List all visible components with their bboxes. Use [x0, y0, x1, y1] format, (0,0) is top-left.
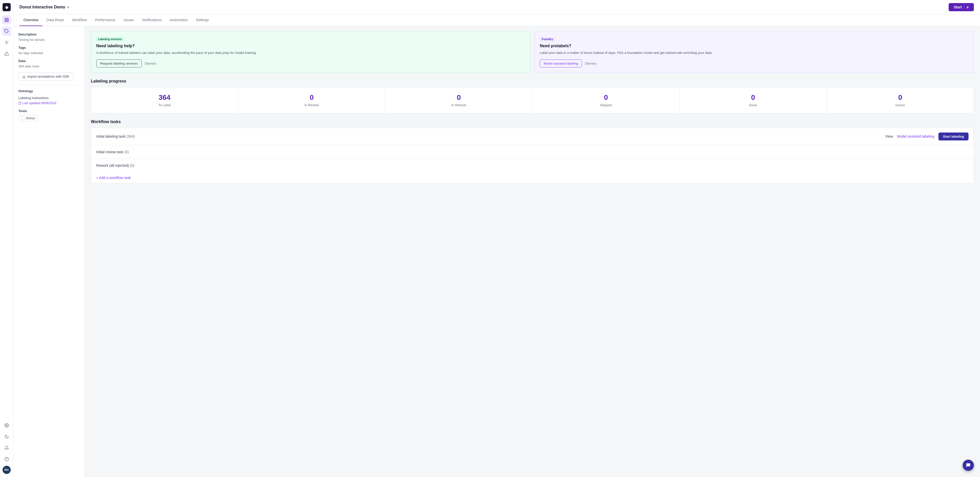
- page-body: Description Testing for donuts Tags No t…: [13, 26, 980, 477]
- svg-rect-3: [7, 21, 8, 22]
- sidebar-item-alert[interactable]: [2, 49, 11, 58]
- import-btn-label: Import annotations with SDK: [27, 75, 69, 78]
- tab-issues[interactable]: Issues: [119, 14, 138, 26]
- icon-sidebar: ◆ RH: [0, 0, 13, 477]
- done-label: Done: [684, 103, 822, 107]
- right-panel: Labeling services Need labeling help? A …: [85, 26, 980, 477]
- tool-checkbox: [21, 116, 24, 120]
- skipped-label: Skipped: [537, 103, 676, 107]
- tab-performance[interactable]: Performance: [91, 14, 119, 26]
- task-view-link[interactable]: View: [885, 134, 893, 139]
- workflow-tasks-title: Workflow tasks: [91, 120, 974, 124]
- tab-overview[interactable]: Overview: [19, 14, 42, 26]
- foundry-dismiss-button[interactable]: Dismiss: [585, 62, 597, 65]
- skipped-number: 0: [537, 94, 676, 102]
- chat-button[interactable]: [963, 459, 974, 471]
- file-icon: [18, 102, 21, 105]
- tools-section: Tools Donut: [18, 109, 80, 121]
- labeling-instructions-label: Labeling instructions: [18, 96, 80, 100]
- progress-card-in-review: 0 In Review: [239, 87, 385, 113]
- left-panel: Description Testing for donuts Tags No t…: [13, 26, 85, 477]
- progress-card-in-rework: 0 In Rework: [385, 87, 532, 113]
- to-label-number: 364: [95, 94, 234, 102]
- task-mal-link[interactable]: Model assisted labeling: [897, 134, 934, 139]
- start-btn-label: Start: [954, 5, 962, 9]
- labeling-progress-title: Labeling progress: [91, 79, 974, 83]
- chat-icon: [966, 463, 971, 468]
- sidebar-item-notifications[interactable]: [2, 443, 11, 453]
- sidebar-item-dashboard[interactable]: [2, 15, 11, 24]
- progress-card-issues: 0 Issues: [827, 87, 974, 113]
- project-chevron-icon: ∨: [67, 5, 69, 9]
- progress-card-skipped: 0 Skipped: [533, 87, 679, 113]
- tool-donut-tag: Donut: [18, 115, 38, 121]
- last-updated[interactable]: Last updated 09/06/2024: [18, 101, 80, 105]
- description-value: Testing for donuts: [18, 38, 80, 41]
- start-button[interactable]: Start ∨: [948, 3, 974, 11]
- task-initial-labeling-actions: View Model assisted labeling Start label…: [885, 132, 969, 140]
- labeling-services-title: Need labeling help?: [96, 44, 525, 48]
- tools-label: Tools: [18, 109, 80, 113]
- main-content: Donut Interactive Demo ∨ Start ∨ Overvie…: [13, 0, 980, 477]
- svg-rect-0: [5, 18, 6, 19]
- svg-rect-2: [5, 21, 6, 22]
- workflow-container: Initial labeling task (364) View Model a…: [91, 128, 974, 183]
- tags-label: Tags: [18, 46, 80, 49]
- nav-tabs: Overview Data Rows Workflow Performance …: [13, 14, 980, 26]
- labeling-services-banner: Labeling services Need labeling help? A …: [91, 32, 530, 73]
- data-label: Data: [18, 59, 80, 63]
- tab-notifications[interactable]: Notifications: [138, 14, 165, 26]
- start-labeling-button[interactable]: Start labeling: [939, 132, 969, 140]
- tab-automation[interactable]: Automation: [165, 14, 192, 26]
- description-label: Description: [18, 32, 80, 36]
- last-updated-text: Last updated 09/06/2024: [22, 101, 56, 105]
- in-rework-number: 0: [390, 94, 528, 102]
- avatar[interactable]: RH: [3, 466, 11, 474]
- labeling-dismiss-button[interactable]: Dismiss: [145, 62, 156, 65]
- tab-workflow[interactable]: Workflow: [68, 14, 91, 26]
- task-initial-labeling-name: Initial labeling task (364): [96, 134, 135, 139]
- top-header: Donut Interactive Demo ∨ Start ∨: [13, 0, 980, 14]
- in-review-label: In Review: [242, 103, 381, 107]
- data-value: 364 data rows: [18, 64, 80, 68]
- tab-settings[interactable]: Settings: [192, 14, 213, 26]
- sidebar-item-model[interactable]: [2, 38, 11, 47]
- progress-card-to-label: 364 To Label: [91, 87, 238, 113]
- sidebar-item-theme[interactable]: [2, 432, 11, 441]
- svg-rect-1: [7, 18, 8, 19]
- foundry-banner: Foundry Need prelabels? Label your data …: [535, 32, 974, 73]
- workflow-task-rework: Rework (all rejected) (0): [91, 159, 974, 172]
- project-title-text: Donut Interactive Demo: [19, 5, 65, 10]
- request-labeling-button[interactable]: Request labeling services: [96, 59, 142, 67]
- labeling-services-tag: Labeling services: [96, 37, 124, 41]
- model-assisted-labeling-button[interactable]: Model assisted labeling: [540, 59, 582, 67]
- foundry-desc: Label your data in a matter of hours ins…: [540, 50, 969, 56]
- task-rework-name: Rework (all rejected) (0): [96, 163, 134, 168]
- start-btn-chevron-icon: ∨: [964, 5, 969, 9]
- sidebar-item-settings[interactable]: [2, 421, 11, 430]
- tab-data-rows[interactable]: Data Rows: [42, 14, 68, 26]
- foundry-actions: Model assisted labeling Dismiss: [540, 59, 969, 67]
- add-workflow-link[interactable]: + Add a workflow task: [91, 172, 974, 183]
- workflow-task-initial-labeling: Initial labeling task (364) View Model a…: [91, 128, 974, 145]
- ontology-label: Ontology: [18, 89, 80, 93]
- sidebar-item-help[interactable]: [2, 455, 11, 464]
- issues-label: Issues: [831, 103, 970, 107]
- progress-card-done: 0 Done: [679, 87, 827, 113]
- app-logo[interactable]: ◆: [3, 3, 11, 11]
- banners-section: Labeling services Need labeling help? A …: [91, 32, 974, 73]
- workflow-task-initial-review: Initial review task (0): [91, 145, 974, 159]
- issues-number: 0: [831, 94, 970, 102]
- tags-value: No tags selected: [18, 51, 80, 55]
- sidebar-item-label[interactable]: [2, 27, 11, 36]
- task-initial-review-name: Initial review task (0): [96, 150, 129, 154]
- foundry-title: Need prelabels?: [540, 44, 969, 48]
- import-annotations-button[interactable]: Import annotations with SDK: [18, 72, 73, 81]
- done-number: 0: [684, 94, 822, 102]
- tool-name: Donut: [26, 116, 35, 120]
- import-icon: [22, 75, 26, 78]
- in-review-number: 0: [242, 94, 381, 102]
- project-title-btn[interactable]: Donut Interactive Demo ∨: [19, 5, 69, 10]
- labeling-services-desc: A workforce of trained labelers can labe…: [96, 50, 525, 56]
- labeling-services-actions: Request labeling services Dismiss: [96, 59, 525, 67]
